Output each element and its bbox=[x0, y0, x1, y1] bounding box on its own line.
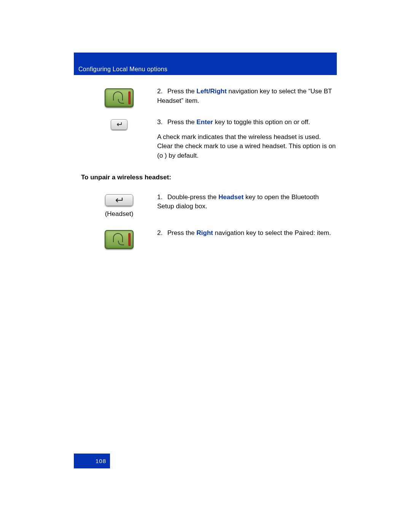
step-text-fragment: Press the bbox=[167, 118, 197, 126]
step-extra-text: A check mark indicates that the wireless… bbox=[157, 133, 337, 161]
icon-label: (Headset) bbox=[81, 210, 157, 218]
enter-key-icon bbox=[111, 119, 127, 130]
step-row: 2. Press the Right navigation key to sel… bbox=[81, 228, 337, 251]
key-name: Right bbox=[196, 229, 213, 236]
step-text-fragment: key to toggle this option on or off. bbox=[213, 118, 310, 126]
step-text-fragment: navigation key to select the Paired: ite… bbox=[213, 229, 331, 236]
section-heading: To unpair a wireless headset: bbox=[81, 174, 337, 181]
page-content: 2. Press the Left/Right navigation key t… bbox=[81, 87, 337, 259]
key-name: Enter bbox=[196, 118, 213, 126]
key-name: Right bbox=[210, 88, 226, 95]
step-text: 2. Press the Right navigation key to sel… bbox=[157, 228, 337, 238]
step-icon-cell bbox=[81, 228, 157, 251]
step-row: 2. Press the Left/Right navigation key t… bbox=[81, 87, 337, 109]
page-number: 108 bbox=[96, 458, 106, 464]
headset-key-icon bbox=[105, 194, 133, 206]
headset-lcd-icon bbox=[105, 88, 134, 107]
step-text-fragment: Double-press the bbox=[167, 193, 218, 201]
step-text: 2. Press the Left/Right navigation key t… bbox=[157, 87, 337, 105]
step-number: 1. bbox=[157, 193, 166, 202]
step-number: 3. bbox=[157, 118, 166, 127]
step-text: 1. Double-press the Headset key to open … bbox=[157, 193, 337, 211]
headset-lcd-icon bbox=[105, 230, 134, 249]
step-text-fragment: Press the bbox=[167, 229, 197, 236]
step-icon-cell: (Headset) bbox=[81, 193, 157, 218]
page-header-title: Configuring Local Menu options bbox=[78, 66, 167, 73]
step-row: (Headset) 1. Double-press the Headset ke… bbox=[81, 193, 337, 218]
key-name: Headset bbox=[218, 193, 244, 201]
step-icon-cell bbox=[81, 87, 157, 109]
document-page: Configuring Local Menu options 2. Press … bbox=[0, 0, 411, 532]
key-name: Left bbox=[196, 88, 208, 95]
page-header-bar: Configuring Local Menu options bbox=[74, 53, 337, 75]
step-icon-cell bbox=[81, 118, 157, 132]
page-footer-bar: 108 bbox=[74, 454, 110, 468]
step-text: 3. Press the Enter key to toggle this op… bbox=[157, 118, 337, 161]
step-number: 2. bbox=[157, 87, 166, 96]
step-row: 3. Press the Enter key to toggle this op… bbox=[81, 118, 337, 161]
step-number: 2. bbox=[157, 228, 166, 238]
step-text-fragment: Press the bbox=[167, 88, 197, 95]
